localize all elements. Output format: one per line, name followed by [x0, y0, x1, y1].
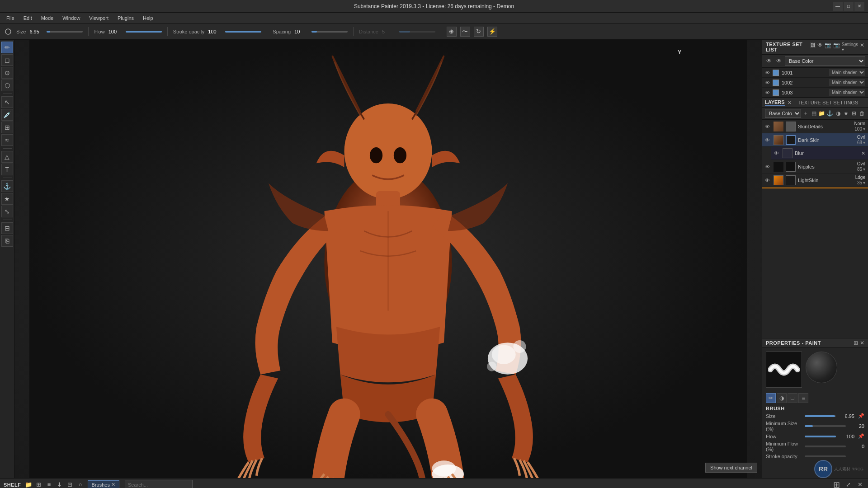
- layer-blur[interactable]: 👁 Blur ✕: [771, 147, 868, 160]
- props-close-icon[interactable]: ✕: [860, 340, 864, 346]
- texture-list-icon3[interactable]: 📷: [825, 42, 831, 52]
- layer-dark-skin[interactable]: 👁 Dark Skin Ovrl 68 ▾: [762, 133, 868, 147]
- shelf-search-icon[interactable]: ○: [76, 480, 85, 488]
- export-tool[interactable]: ⎘: [1, 235, 13, 247]
- minsize-prop-slider[interactable]: [805, 425, 846, 427]
- layer-eye-light-skin[interactable]: 👁: [765, 178, 771, 183]
- stroke-opacity-slider[interactable]: [225, 31, 261, 33]
- shelf-expand-icon[interactable]: ⤢: [844, 480, 853, 488]
- channel-eye2[interactable]: 👁: [775, 57, 783, 65]
- layers-close[interactable]: ✕: [788, 100, 792, 106]
- minflow-prop-slider[interactable]: [805, 446, 846, 447]
- menu-edit[interactable]: Edit: [19, 14, 37, 22]
- shelf-brushes-tab-close[interactable]: ✕: [111, 482, 115, 488]
- texture-set-settings-tab[interactable]: TEXTURE SET SETTINGS: [798, 100, 859, 105]
- shelf-brushes-tab[interactable]: Brushes ✕: [88, 480, 119, 488]
- viewport[interactable]: 人人素材 RRCG 人人素材 RRCG 人人素材 RRCG RRCG 人人素材: [14, 40, 762, 478]
- shelf-import-icon[interactable]: ⬇: [55, 480, 64, 488]
- flow-prop-slider[interactable]: [805, 436, 836, 437]
- lt-add-folder[interactable]: 📁: [818, 109, 825, 117]
- shelf-list-icon[interactable]: ≡: [45, 480, 54, 488]
- sticker-tool[interactable]: ★: [1, 193, 13, 205]
- lt-add-paint[interactable]: +: [802, 109, 809, 117]
- ts-eye-1001[interactable]: 👁: [765, 70, 770, 75]
- layer-eye-skin-details[interactable]: 👁: [765, 124, 771, 129]
- lt-add-fill[interactable]: ▤: [811, 109, 817, 117]
- layer-eye-blur[interactable]: 👁: [774, 150, 780, 156]
- layer-close-blur[interactable]: ✕: [861, 150, 865, 156]
- channel-eye1[interactable]: 👁: [765, 57, 773, 65]
- stroke-opacity-prop-slider[interactable]: [805, 455, 846, 457]
- geometry-tool[interactable]: △: [1, 151, 13, 163]
- lt-mask[interactable]: ◑: [835, 109, 841, 117]
- layers-tab[interactable]: LAYERS: [765, 99, 785, 106]
- layers-blend-dropdown[interactable]: Base Color: [765, 109, 801, 118]
- layer-eye-nipples[interactable]: 👁: [765, 164, 771, 169]
- menu-window[interactable]: Window: [58, 14, 85, 22]
- menu-plugins[interactable]: Plugins: [113, 14, 138, 22]
- transform-tool[interactable]: ⤡: [1, 206, 13, 217]
- texture-list-settings[interactable]: Settings ▾: [842, 42, 858, 52]
- smudge-tool[interactable]: ≈: [1, 134, 13, 146]
- shelf-close-icon[interactable]: ✕: [855, 480, 864, 488]
- texture-set-item-1001[interactable]: 👁 1001 Main shader ▾: [762, 68, 868, 78]
- channel-dropdown[interactable]: Base Color: [785, 56, 865, 66]
- flow-slider[interactable]: [126, 31, 162, 33]
- texture-set-item-1002[interactable]: 👁 1002 Main shader ▾: [762, 78, 868, 88]
- lazy-icon[interactable]: ⚡: [487, 27, 497, 37]
- menu-help[interactable]: Help: [138, 14, 158, 22]
- text-tool[interactable]: T: [1, 164, 13, 175]
- symmetry-icon[interactable]: ⊕: [447, 27, 457, 37]
- props-tab-alpha[interactable]: ◑: [777, 393, 787, 403]
- ts-shader-1003[interactable]: Main shader ▾: [829, 89, 865, 96]
- props-pop-icon[interactable]: ⊞: [854, 340, 858, 346]
- ts-shader-1002[interactable]: Main shader ▾: [829, 79, 865, 86]
- stroke-type-icon[interactable]: 〜: [460, 27, 470, 37]
- menu-mode[interactable]: Mode: [37, 14, 58, 22]
- size-slider[interactable]: [47, 31, 83, 33]
- wrap-icon[interactable]: ↻: [474, 27, 484, 37]
- layer-nipples[interactable]: 👁 Nipples Ovrl 85 ▾: [762, 160, 868, 174]
- show-next-channel-button[interactable]: Show next channel: [705, 463, 757, 473]
- ts-shader-1001[interactable]: Main shader ▾: [829, 69, 865, 76]
- lt-fx[interactable]: ★: [843, 109, 849, 117]
- props-tab-material[interactable]: □: [788, 393, 797, 403]
- spacing-slider[interactable]: [311, 31, 348, 33]
- props-tab-settings[interactable]: ≡: [798, 393, 808, 403]
- texture-list-close[interactable]: ✕: [860, 42, 864, 52]
- size-prop-pin[interactable]: 📌: [858, 413, 864, 419]
- texture-list-icon4[interactable]: 📷: [833, 42, 840, 52]
- ts-eye-1003[interactable]: 👁: [765, 90, 770, 95]
- shelf-search-input[interactable]: [125, 480, 193, 488]
- eraser-tool[interactable]: ◻: [1, 54, 13, 66]
- ts-eye-1002[interactable]: 👁: [765, 80, 770, 85]
- menu-viewport[interactable]: Viewport: [85, 14, 113, 22]
- shelf-grid-icon[interactable]: ⊞: [34, 480, 43, 488]
- clone-tool[interactable]: ⊞: [1, 122, 13, 133]
- props-tab-brush[interactable]: ✏: [766, 393, 776, 403]
- flow-prop-pin[interactable]: 📌: [858, 433, 864, 439]
- texture-list-icon1[interactable]: 🖼: [810, 42, 816, 52]
- minimize-button[interactable]: —: [833, 2, 843, 11]
- select-tool[interactable]: ↖: [1, 96, 13, 108]
- close-button[interactable]: ✕: [854, 2, 864, 11]
- maximize-button[interactable]: □: [844, 2, 854, 11]
- texture-set-item-1003[interactable]: 👁 1003 Main shader ▾: [762, 88, 868, 98]
- shelf-folder-icon[interactable]: 📁: [24, 480, 33, 488]
- distance-slider[interactable]: [399, 31, 435, 33]
- layer-mask-tool[interactable]: ⊟: [1, 222, 13, 234]
- texture-list-icon2[interactable]: 👁: [817, 42, 823, 52]
- fill-tool[interactable]: ⬡: [1, 80, 13, 91]
- menu-file[interactable]: File: [2, 14, 19, 22]
- color-pick-tool[interactable]: 💉: [1, 109, 13, 121]
- layer-skin-details[interactable]: 👁 SkinDetails Norm 100 ▾: [762, 120, 868, 133]
- anchor-tool[interactable]: ⚓: [1, 180, 13, 192]
- layer-light-skin[interactable]: 👁 LightSkin Ldge 35 ▾: [762, 174, 868, 187]
- shelf-grid-view-icon[interactable]: ⊞: [832, 480, 841, 488]
- layer-eye-dark-skin[interactable]: 👁: [765, 137, 771, 143]
- paint-tool[interactable]: ✏: [1, 42, 13, 53]
- lt-bake[interactable]: ⊞: [851, 109, 858, 117]
- project-tool[interactable]: ⊙: [1, 67, 13, 79]
- size-prop-slider[interactable]: [805, 415, 836, 417]
- shelf-filter-icon[interactable]: ⊟: [66, 480, 75, 488]
